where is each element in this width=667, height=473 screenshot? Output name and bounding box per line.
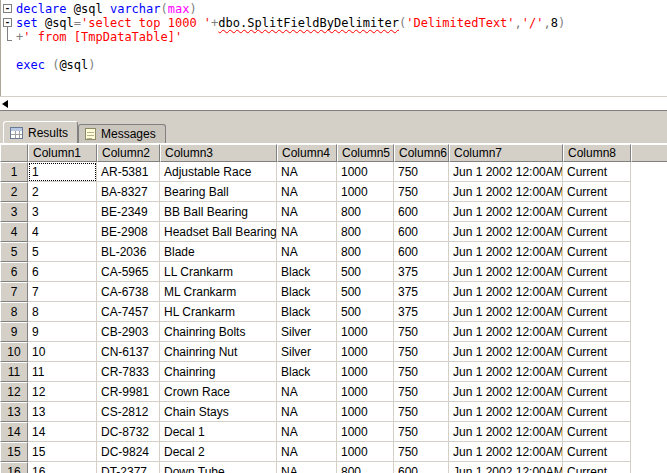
- cell[interactable]: Current: [563, 262, 631, 282]
- cell[interactable]: Jun 1 2002 12:00AM: [449, 322, 563, 342]
- cell[interactable]: Jun 1 2002 12:00AM: [449, 342, 563, 362]
- row-header[interactable]: 9: [0, 322, 28, 342]
- cell[interactable]: Current: [563, 162, 631, 182]
- cell[interactable]: Current: [563, 322, 631, 342]
- cell[interactable]: NA: [277, 202, 337, 222]
- cell[interactable]: CR-9981: [97, 382, 160, 402]
- cell[interactable]: Current: [563, 242, 631, 262]
- row-header[interactable]: 7: [0, 282, 28, 302]
- cell[interactable]: CA-5965: [97, 262, 160, 282]
- cell[interactable]: 2: [28, 182, 97, 202]
- cell[interactable]: Current: [563, 302, 631, 322]
- cell[interactable]: 750: [394, 162, 449, 182]
- column-header-column7[interactable]: Column7: [449, 144, 563, 162]
- cell[interactable]: Crown Race: [160, 382, 277, 402]
- cell[interactable]: Current: [563, 402, 631, 422]
- cell[interactable]: 750: [394, 422, 449, 442]
- cell[interactable]: Decal 1: [160, 422, 277, 442]
- cell[interactable]: 7: [28, 282, 97, 302]
- cell[interactable]: 1000: [337, 402, 394, 422]
- column-header-column2[interactable]: Column2: [97, 144, 160, 162]
- cell[interactable]: Jun 1 2002 12:00AM: [449, 222, 563, 242]
- cell[interactable]: 15: [28, 442, 97, 462]
- cell[interactable]: Silver: [277, 342, 337, 362]
- cell[interactable]: 500: [337, 302, 394, 322]
- row-header[interactable]: 14: [0, 422, 28, 442]
- cell[interactable]: 3: [28, 202, 97, 222]
- cell[interactable]: Jun 1 2002 12:00AM: [449, 162, 563, 182]
- cell[interactable]: BE-2349: [97, 202, 160, 222]
- cell[interactable]: 5: [28, 242, 97, 262]
- cell[interactable]: 14: [28, 422, 97, 442]
- cell[interactable]: Jun 1 2002 12:00AM: [449, 282, 563, 302]
- cell[interactable]: NA: [277, 422, 337, 442]
- cell[interactable]: 800: [337, 202, 394, 222]
- cell[interactable]: Current: [563, 282, 631, 302]
- cell[interactable]: NA: [277, 462, 337, 473]
- column-header-column5[interactable]: Column5: [337, 144, 394, 162]
- row-header[interactable]: 12: [0, 382, 28, 402]
- cell[interactable]: 1000: [337, 342, 394, 362]
- cell[interactable]: Chainring Bolts: [160, 322, 277, 342]
- sql-code-area[interactable]: declare @sql varchar(max)set @sql='selec…: [16, 0, 565, 96]
- row-header[interactable]: 16: [0, 462, 28, 473]
- cell[interactable]: 375: [394, 282, 449, 302]
- cell[interactable]: Jun 1 2002 12:00AM: [449, 242, 563, 262]
- cell[interactable]: Chainring Nut: [160, 342, 277, 362]
- cell[interactable]: 9: [28, 322, 97, 342]
- select-all-corner[interactable]: [0, 144, 28, 162]
- cell[interactable]: 750: [394, 322, 449, 342]
- cell[interactable]: 6: [28, 262, 97, 282]
- cell[interactable]: 1000: [337, 162, 394, 182]
- cell[interactable]: Down Tube: [160, 462, 277, 473]
- cell[interactable]: LL Crankarm: [160, 262, 277, 282]
- row-header[interactable]: 4: [0, 222, 28, 242]
- tab-messages[interactable]: Messages: [78, 124, 166, 143]
- cell[interactable]: 8: [28, 302, 97, 322]
- cell[interactable]: Current: [563, 182, 631, 202]
- cell[interactable]: Current: [563, 222, 631, 242]
- cell[interactable]: Current: [563, 202, 631, 222]
- cell[interactable]: 4: [28, 222, 97, 242]
- row-header[interactable]: 5: [0, 242, 28, 262]
- cell[interactable]: NA: [277, 182, 337, 202]
- cell[interactable]: Current: [563, 342, 631, 362]
- column-header-column1[interactable]: Column1: [28, 144, 97, 162]
- cell[interactable]: Jun 1 2002 12:00AM: [449, 462, 563, 473]
- editor-horizontal-scrollbar[interactable]: [0, 96, 667, 110]
- cell[interactable]: Decal 2: [160, 442, 277, 462]
- cell[interactable]: 375: [394, 262, 449, 282]
- cell[interactable]: NA: [277, 402, 337, 422]
- cell[interactable]: Bearing Ball: [160, 182, 277, 202]
- cell[interactable]: 750: [394, 342, 449, 362]
- cell[interactable]: 12: [28, 382, 97, 402]
- cell[interactable]: Jun 1 2002 12:00AM: [449, 442, 563, 462]
- cell[interactable]: 1000: [337, 442, 394, 462]
- code-fold-toggle[interactable]: -: [3, 18, 12, 27]
- column-header-column4[interactable]: Column4: [277, 144, 337, 162]
- cell[interactable]: Silver: [277, 322, 337, 342]
- cell[interactable]: 500: [337, 282, 394, 302]
- row-header[interactable]: 3: [0, 202, 28, 222]
- cell[interactable]: 13: [28, 402, 97, 422]
- cell[interactable]: Chainring: [160, 362, 277, 382]
- row-header[interactable]: 2: [0, 182, 28, 202]
- cell[interactable]: CR-7833: [97, 362, 160, 382]
- cell[interactable]: NA: [277, 442, 337, 462]
- cell[interactable]: 16: [28, 462, 97, 473]
- cell[interactable]: Current: [563, 382, 631, 402]
- row-header[interactable]: 15: [0, 442, 28, 462]
- cell[interactable]: ML Crankarm: [160, 282, 277, 302]
- cell[interactable]: 600: [394, 202, 449, 222]
- scroll-left-arrow-icon[interactable]: [2, 100, 8, 108]
- cell[interactable]: Jun 1 2002 12:00AM: [449, 402, 563, 422]
- column-header-column8[interactable]: Column8: [563, 144, 631, 162]
- cell[interactable]: CB-2903: [97, 322, 160, 342]
- cell[interactable]: DT-2377: [97, 462, 160, 473]
- cell[interactable]: CN-6137: [97, 342, 160, 362]
- cell[interactable]: Current: [563, 442, 631, 462]
- cell[interactable]: 800: [337, 222, 394, 242]
- cell[interactable]: 11: [28, 362, 97, 382]
- cell[interactable]: 1000: [337, 422, 394, 442]
- cell[interactable]: NA: [277, 162, 337, 182]
